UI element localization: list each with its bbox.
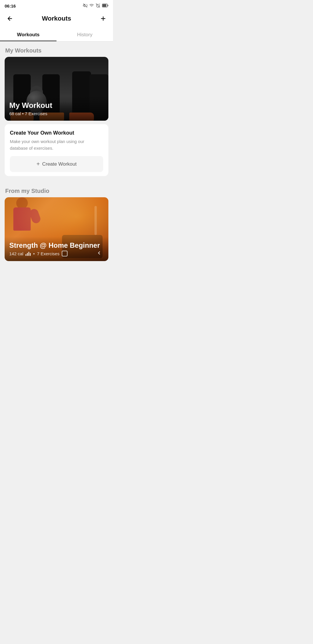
studio-nav-prev-button[interactable]: [94, 248, 104, 258]
studio-card-meta: 142 cal • 7 Exercises: [9, 251, 104, 256]
create-card-description: Make your own workout plan using our dat…: [10, 138, 103, 151]
nav-bar: Workouts: [0, 10, 113, 28]
studio-workout-card[interactable]: Strength @ Home Beginner 142 cal • 7 Exe…: [5, 197, 108, 261]
my-workouts-heading: My Workouts: [0, 41, 113, 57]
studio-heading: From my Studio: [0, 182, 113, 197]
create-plus-icon: +: [37, 161, 40, 167]
my-workout-card[interactable]: My Workout 68 cal • 7 Exercises: [5, 57, 108, 121]
studio-card-overlay: Strength @ Home Beginner 142 cal • 7 Exe…: [5, 237, 108, 261]
svg-rect-5: [108, 5, 108, 6]
create-card-title: Create Your Own Workout: [10, 130, 103, 136]
main-content: My Workouts My Workout 68 cal • 7 Exerci…: [0, 41, 113, 273]
status-time: 06:16: [5, 3, 16, 8]
back-button[interactable]: [5, 13, 15, 24]
page-title: Workouts: [42, 15, 71, 22]
create-workout-label: Create Workout: [42, 161, 77, 167]
status-icons: [83, 3, 108, 9]
mute-icon: [83, 3, 88, 9]
watch-icon: [62, 251, 68, 256]
status-bar: 06:16: [0, 0, 113, 10]
tab-history[interactable]: History: [57, 28, 113, 41]
studio-card-title: Strength @ Home Beginner: [9, 241, 104, 249]
alarm-off-icon: [96, 3, 100, 9]
create-workout-card: Create Your Own Workout Make your own wo…: [5, 124, 108, 176]
add-button[interactable]: [98, 13, 108, 24]
bar-chart-icon: [26, 251, 31, 256]
battery-icon: [102, 3, 108, 8]
svg-rect-6: [103, 4, 106, 7]
workout-card-meta: 68 cal • 7 Exercises: [9, 111, 104, 116]
tab-workouts[interactable]: Workouts: [0, 28, 57, 41]
wifi-icon: [89, 3, 94, 9]
workout-card-overlay: My Workout 68 cal • 7 Exercises: [5, 96, 108, 121]
tab-bar: Workouts History: [0, 28, 113, 41]
create-workout-button[interactable]: + Create Workout: [10, 156, 103, 172]
workout-card-title: My Workout: [9, 101, 104, 110]
